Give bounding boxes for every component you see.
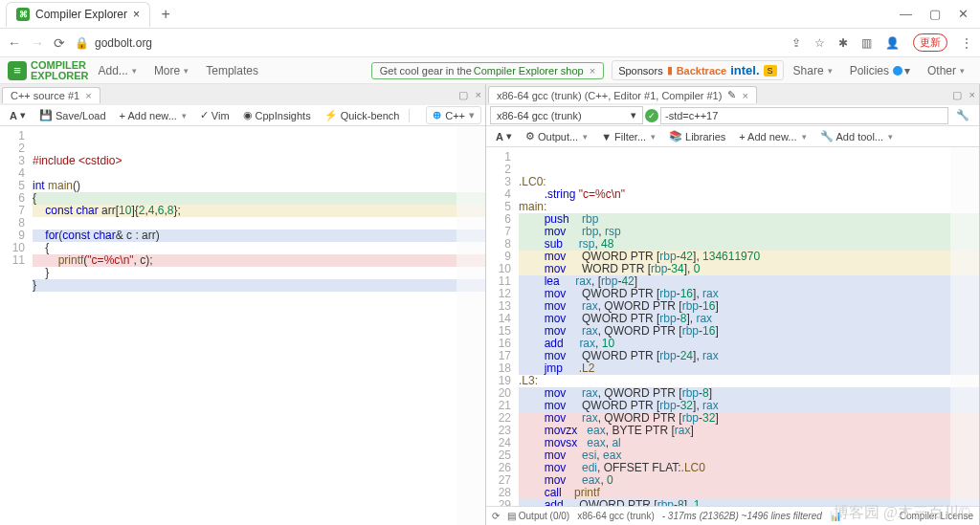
source-tab[interactable]: C++ source #1 × — [2, 87, 100, 103]
close-icon[interactable]: × — [742, 90, 747, 101]
minimize-icon[interactable]: — — [900, 7, 912, 21]
asm-tab[interactable]: x86-64 gcc (trunk) (C++, Editor #1, Comp… — [488, 86, 757, 103]
cpp-icon: ⊕ — [433, 109, 441, 121]
menu-policies[interactable]: Policies▾ — [842, 64, 918, 77]
app-topbar: ≡ COMPILEREXPLORER Add... More Templates… — [0, 57, 980, 84]
quickbench-button[interactable]: ⚡Quick-bench — [319, 107, 406, 123]
menu-other[interactable]: Other — [920, 64, 972, 77]
menu-share[interactable]: Share — [786, 64, 840, 77]
sponsor-backtrace: Backtrace — [677, 65, 727, 77]
wrench-icon[interactable]: 🔧 — [950, 107, 975, 123]
maximize-pane-icon[interactable]: ▢ — [952, 89, 962, 101]
menu-add[interactable]: Add... — [91, 64, 145, 77]
close-icon[interactable]: × — [85, 90, 91, 101]
font-button[interactable]: A▾ — [4, 107, 32, 123]
logo-text: COMPILEREXPLORER — [31, 60, 89, 81]
promo-link[interactable]: Compiler Explorer shop — [474, 65, 584, 77]
add-new-button[interactable]: + Add new... — [114, 108, 192, 123]
url-text: godbolt.org — [95, 36, 152, 50]
extensions-icon[interactable]: ✱ — [838, 36, 848, 50]
close-pane-icon[interactable]: × — [476, 89, 481, 101]
reading-list-icon[interactable]: ▥ — [861, 36, 872, 50]
logo-icon: ≡ — [8, 61, 27, 80]
cppinsights-button[interactable]: ◉CppInsights — [237, 107, 317, 123]
star-icon[interactable]: ☆ — [814, 36, 825, 50]
address-actions: ⇪ ☆ ✱ ▥ 👤 更新 ⋮ — [791, 33, 972, 52]
status-ok-icon: ✓ — [645, 109, 658, 122]
split-container: C++ source #1 × ▢ × A▾ 💾Save/Load + Add … — [0, 84, 980, 525]
sponsors-box[interactable]: Sponsors ▮ Backtrace intel. S — [612, 60, 783, 80]
source-editor[interactable]: 1234567891011 #include <cstdio>int main(… — [0, 126, 485, 525]
update-button[interactable]: 更新 — [913, 33, 947, 52]
font-button[interactable]: A▾ — [490, 128, 518, 144]
share-icon[interactable]: ⇪ — [791, 36, 801, 50]
url-field[interactable]: 🔒 godbolt.org — [75, 36, 782, 50]
close-pane-icon[interactable]: × — [969, 89, 975, 101]
lock-icon: 🔒 — [75, 36, 89, 50]
browser-titlebar: ⌘ Compiler Explorer × + — ▢ ✕ — [0, 0, 980, 29]
output-status[interactable]: ▤ Output (0/0) — [507, 511, 569, 521]
source-gutter: 1234567891011 — [0, 126, 33, 525]
maximize-pane-icon[interactable]: ▢ — [458, 89, 468, 101]
browser-tabbar: ⌘ Compiler Explorer × + — [6, 0, 175, 28]
menu-templates[interactable]: Templates — [198, 64, 266, 77]
flags-input[interactable] — [660, 107, 948, 124]
asm-pane: x86-64 gcc (trunk) (C++, Editor #1, Comp… — [486, 84, 980, 525]
new-tab-button[interactable]: + — [156, 6, 175, 23]
maximize-icon[interactable]: ▢ — [929, 7, 941, 21]
tab-title: Compiler Explorer — [35, 8, 127, 21]
sponsors-label: Sponsors — [618, 65, 662, 77]
close-window-icon[interactable]: ✕ — [958, 7, 969, 21]
dot-icon — [893, 66, 902, 76]
reload-icon[interactable]: ⟳ — [492, 511, 500, 521]
asm-toolbar: A▾ ⚙Output... ▼Filter... 📚Libraries + Ad… — [486, 126, 979, 147]
edit-icon[interactable]: ✎ — [727, 89, 736, 101]
save-load-button[interactable]: 💾Save/Load — [33, 107, 112, 123]
sponsor-intel: intel. — [730, 63, 759, 77]
promo-banner[interactable]: Get cool gear in the Compiler Explorer s… — [371, 62, 604, 79]
source-code[interactable]: #include <cstdio>int main(){ const char … — [33, 126, 485, 525]
graph-icon[interactable]: 📊 — [830, 511, 841, 521]
output-button[interactable]: ⚙Output... — [520, 128, 593, 144]
address-bar: ← → ⟳ 🔒 godbolt.org ⇪ ☆ ✱ ▥ 👤 更新 ⋮ — [0, 29, 980, 57]
asm-tab-label: x86-64 gcc (trunk) (C++, Editor #1, Comp… — [497, 90, 722, 101]
promo-close-icon[interactable]: × — [590, 65, 595, 77]
libraries-button[interactable]: 📚Libraries — [663, 128, 731, 144]
favicon-icon: ⌘ — [16, 8, 30, 21]
logo[interactable]: ≡ COMPILEREXPLORER — [8, 60, 89, 81]
window-controls: — ▢ ✕ — [900, 7, 974, 21]
compiler-select[interactable]: x86-64 gcc (trunk)▾ — [490, 106, 643, 124]
minimap[interactable] — [950, 147, 979, 506]
sponsor-badge-icon: S — [764, 65, 777, 77]
forward-icon[interactable]: → — [31, 35, 44, 51]
menu-more[interactable]: More — [146, 64, 196, 77]
source-pane-tabs: C++ source #1 × ▢ × — [0, 84, 485, 105]
asm-pane-tabs: x86-64 gcc (trunk) (C++, Editor #1, Comp… — [486, 84, 979, 105]
source-toolbar: A▾ 💾Save/Load + Add new... ✓Vim ◉CppInsi… — [0, 105, 485, 126]
add-new-button[interactable]: + Add new... — [733, 129, 812, 144]
promo-prefix: Get cool gear in the — [380, 65, 472, 77]
back-icon[interactable]: ← — [8, 35, 21, 51]
asm-label: x86-64 gcc (trunk) — [577, 511, 655, 521]
source-pane: C++ source #1 × ▢ × A▾ 💾Save/Load + Add … — [0, 84, 486, 525]
asm-editor[interactable]: 1234567891011121314151617181920212223242… — [486, 147, 979, 506]
compiler-row: x86-64 gcc (trunk)▾ ✓ 🔧 — [486, 105, 979, 126]
profile-icon[interactable]: 👤 — [885, 36, 900, 50]
license-link[interactable]: Compiler License — [900, 511, 973, 521]
menu-icon[interactable]: ⋮ — [961, 36, 972, 50]
source-tab-label: C++ source #1 — [11, 90, 79, 101]
minimap[interactable] — [457, 126, 485, 525]
vim-button[interactable]: ✓Vim — [194, 107, 235, 123]
close-icon[interactable]: × — [133, 8, 140, 21]
filter-button[interactable]: ▼Filter... — [595, 129, 661, 144]
asm-code[interactable]: .LC0: .string "c=%c\n"main: push rbp mov… — [519, 147, 979, 506]
reload-icon[interactable]: ⟳ — [54, 35, 65, 51]
browser-tab[interactable]: ⌘ Compiler Explorer × — [6, 2, 150, 27]
add-tool-button[interactable]: 🔧Add tool... — [814, 128, 900, 144]
language-select[interactable]: ⊕ C++ ▾ — [426, 106, 481, 124]
asm-gutter: 1234567891011121314151617181920212223242… — [486, 147, 519, 506]
timing-text: - 317ms (21362B) ~1496 lines filtered — [662, 511, 822, 521]
asm-status-bar: ⟳ ▤ Output (0/0) x86-64 gcc (trunk) - 31… — [486, 506, 979, 525]
